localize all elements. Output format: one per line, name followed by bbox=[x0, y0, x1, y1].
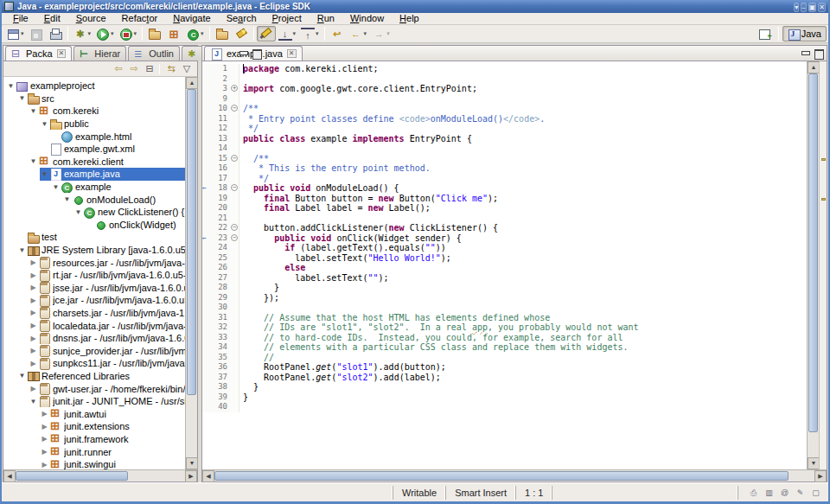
title-bar[interactable]: Java - exampleproject/src/com/kereki/cli… bbox=[2, 0, 828, 13]
tree-row[interactable]: ▼com.kereki.client bbox=[3, 156, 185, 169]
code-line[interactable]: 40 bbox=[202, 402, 807, 412]
dropdown-arrow-icon[interactable]: ▾ bbox=[21, 30, 24, 37]
code-text[interactable] bbox=[239, 94, 243, 105]
menu-help[interactable]: Help bbox=[392, 13, 427, 24]
new-java-class-button[interactable]: ▾ bbox=[183, 26, 207, 41]
expander-icon[interactable]: ▶ bbox=[29, 258, 38, 266]
code-line[interactable]: 16 * This is the entry point method. bbox=[202, 163, 807, 174]
minimize-button[interactable]: – bbox=[801, 3, 806, 12]
expander-icon[interactable]: ▼ bbox=[17, 94, 27, 102]
collapse-fold-icon[interactable]: − bbox=[231, 105, 238, 112]
code-text[interactable]: package com.kereki.client; bbox=[239, 64, 379, 74]
expander-icon[interactable]: ▼ bbox=[17, 372, 27, 380]
tree-row[interactable]: ▶junit.framework bbox=[3, 433, 185, 446]
dropdown-arrow-icon[interactable]: ▾ bbox=[88, 30, 92, 37]
expander-icon[interactable]: ▶ bbox=[29, 284, 38, 291]
code-text[interactable]: label.setText("Hello World!"); bbox=[239, 253, 451, 264]
progress-icon[interactable]: ▥ bbox=[763, 488, 775, 498]
scrollbar-track[interactable] bbox=[128, 470, 185, 482]
code-line[interactable]: 20 final Label label = new Label(); bbox=[202, 203, 807, 214]
open-perspective-button[interactable] bbox=[756, 26, 775, 41]
scrollbar-track[interactable] bbox=[788, 470, 814, 482]
collapse-fold-icon[interactable]: − bbox=[231, 224, 238, 231]
code-line[interactable]: 22− button.addClickListener(new ClickLis… bbox=[202, 223, 807, 233]
maximize-view-button[interactable] bbox=[252, 49, 262, 58]
code-text[interactable]: }); bbox=[239, 293, 279, 303]
tree-row[interactable]: onClick(Widget) bbox=[3, 219, 185, 232]
forward-button[interactable]: ⇨ bbox=[127, 62, 141, 75]
tree-row[interactable]: ▶resources.jar - /usr/lib/jvm/java-1.6.0… bbox=[3, 256, 185, 269]
code-editor[interactable]: 1package com.kereki.client;23+import com… bbox=[202, 61, 807, 469]
annotation-mark[interactable] bbox=[821, 198, 826, 201]
dropdown-arrow-icon[interactable]: ▾ bbox=[364, 30, 367, 37]
code-line[interactable]: ←18− public void onModuleLoad() { bbox=[202, 183, 807, 194]
print-button[interactable] bbox=[46, 26, 65, 41]
code-text[interactable]: final Label label = new Label(); bbox=[239, 203, 431, 214]
code-text[interactable]: // bbox=[239, 353, 274, 363]
next-annotation-button[interactable]: ↓▾ bbox=[276, 26, 299, 41]
tree-row[interactable]: ▼onModuleLoad() bbox=[3, 193, 185, 206]
code-text[interactable]: // IDs are "slot1", "slot2". In a real a… bbox=[239, 322, 639, 333]
tree-row[interactable]: ▼Referenced Libraries bbox=[3, 370, 185, 383]
menu-file[interactable]: File bbox=[5, 13, 36, 24]
expander-icon[interactable]: ▼ bbox=[29, 157, 38, 165]
dropdown-arrow-icon[interactable]: ▾ bbox=[201, 30, 204, 37]
code-text[interactable]: public void onModuleLoad() { bbox=[239, 183, 399, 194]
expander-icon[interactable]: ▶ bbox=[40, 461, 49, 469]
expander-icon[interactable]: ▶ bbox=[40, 435, 49, 443]
expander-icon[interactable]: ▼ bbox=[17, 246, 27, 254]
scroll-up-button[interactable]: ▲ bbox=[186, 77, 198, 89]
collapse-all-button[interactable]: ⊟ bbox=[143, 62, 156, 75]
view-tab-packa[interactable]: Packa✕ bbox=[5, 46, 72, 61]
code-text[interactable]: final Button button = new Button("Click … bbox=[239, 194, 498, 204]
collapse-fold-icon[interactable]: − bbox=[231, 234, 238, 241]
tree-row[interactable]: ▼example bbox=[3, 181, 185, 194]
code-text[interactable]: } bbox=[239, 392, 248, 403]
expander-icon[interactable]: ▶ bbox=[29, 347, 38, 354]
tree-vertical-scrollbar[interactable]: ▲ ▼ bbox=[185, 77, 197, 469]
tree-row[interactable]: ▶sunjce_provider.jar - /usr/lib/jvm/java… bbox=[3, 344, 185, 357]
link-with-editor-button[interactable]: ⇆ bbox=[164, 62, 178, 75]
expander-icon[interactable]: ▼ bbox=[51, 183, 61, 191]
code-line[interactable]: 19 final Button button = new Button("Cli… bbox=[202, 194, 807, 204]
scrollbar-thumb[interactable] bbox=[16, 471, 128, 481]
expander-icon[interactable]: ▶ bbox=[29, 297, 38, 304]
code-text[interactable]: * Entry point classes define <code>onMod… bbox=[239, 114, 545, 124]
tree-row[interactable]: ▶jce.jar - /usr/lib/jvm/java-1.6.0.u5-su… bbox=[3, 294, 185, 307]
scroll-right-button[interactable]: ▶ bbox=[814, 470, 827, 482]
scroll-down-button[interactable]: ▼ bbox=[186, 457, 198, 469]
menu-refactor[interactable]: Refactor bbox=[114, 13, 166, 24]
expander-icon[interactable]: ▶ bbox=[40, 423, 49, 431]
code-text[interactable]: button.addClickListener(new ClickListene… bbox=[239, 223, 498, 233]
tree-row[interactable]: ▶junit.awtui bbox=[3, 407, 185, 420]
menu-window[interactable]: Window bbox=[342, 13, 392, 24]
code-text[interactable]: // elements with a particular CSS class … bbox=[239, 342, 629, 353]
code-text[interactable]: public class example implements EntryPoi… bbox=[239, 134, 472, 144]
fold-ruler[interactable]: − bbox=[230, 183, 239, 194]
code-text[interactable] bbox=[239, 214, 243, 224]
tree-row[interactable]: ▶gwt-user.jar - /home/fkereki/bin/gwt bbox=[3, 382, 185, 395]
code-line[interactable]: 2 bbox=[202, 74, 807, 85]
code-text[interactable]: } bbox=[239, 283, 279, 293]
annotation-mark[interactable] bbox=[821, 158, 826, 161]
code-text[interactable] bbox=[239, 74, 243, 85]
fold-ruler[interactable]: − bbox=[230, 223, 239, 233]
code-line[interactable]: 27 label.setText(""); bbox=[202, 273, 807, 284]
code-text[interactable]: public void onClick(Widget sender) { bbox=[239, 233, 462, 244]
code-line[interactable]: 26 else bbox=[202, 263, 807, 273]
dropdown-arrow-icon[interactable]: ▾ bbox=[386, 30, 390, 37]
maximize-editor-button[interactable] bbox=[814, 49, 824, 58]
code-text[interactable]: // to hard-code IDs. Instead, you could,… bbox=[239, 333, 623, 343]
minimize-view-button[interactable] bbox=[239, 49, 249, 58]
tree-row[interactable]: ▼src bbox=[3, 93, 185, 105]
code-text[interactable]: import com.google.gwt.core.client.EntryP… bbox=[239, 84, 477, 94]
code-text[interactable]: label.setText(""); bbox=[239, 273, 389, 284]
code-text[interactable] bbox=[239, 303, 243, 313]
web-status-icon[interactable]: @ bbox=[779, 488, 790, 498]
code-line[interactable]: 13public class example implements EntryP… bbox=[202, 134, 807, 144]
tree-row[interactable]: ▼public bbox=[3, 118, 185, 131]
monitor-status-icon[interactable]: ▢ bbox=[810, 488, 821, 498]
tree-row[interactable]: ▼new ClickListener() {...} bbox=[3, 206, 185, 219]
scrollbar-thumb[interactable] bbox=[808, 73, 818, 432]
code-line[interactable]: 30 bbox=[202, 303, 807, 313]
